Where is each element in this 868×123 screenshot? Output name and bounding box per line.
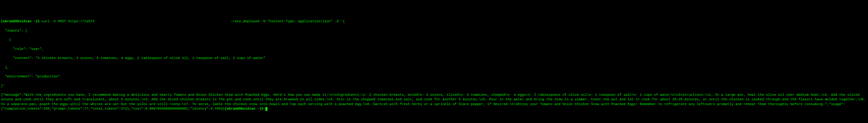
prompt-user-host: abram@Obsidian	[3, 20, 31, 23]
prompt-dollar: $	[37, 20, 41, 23]
request-body-line7: }'	[1, 84, 867, 88]
redacted-url-1	[94, 20, 131, 23]
prompt-close-bracket: ]	[35, 20, 37, 23]
curl-command-spacer	[131, 20, 231, 23]
prompt2-dollar: $	[261, 107, 266, 111]
prompt2-open-bracket: [	[225, 107, 227, 111]
prompt-open-bracket: [	[1, 20, 3, 23]
prompt2-tilde: ~	[255, 107, 259, 111]
request-body-line2: {	[1, 38, 867, 42]
request-body-line6: "environment": "production"	[1, 74, 867, 79]
command-line[interactable]: [abram@Obsidian ~]$ curl -X POST https:/…	[1, 19, 867, 24]
curl-command-part3: :rate_deployed -H "Content-Type: applica…	[231, 20, 345, 23]
prompt-tilde: ~	[31, 20, 35, 23]
request-body-line3: "role": "user",	[1, 47, 867, 51]
request-body-line4: "content": "2 chicken breasts, 3 onions,…	[1, 56, 867, 60]
prompt2-close-bracket: ]	[259, 107, 261, 111]
request-body-line5: ],	[1, 65, 867, 70]
response-output: {"message":"With the ingredients you hav…	[1, 93, 868, 111]
prompt2-user-host: abram@Obsidian	[227, 107, 255, 111]
request-body-line1: "inputs": [	[1, 29, 867, 33]
curl-command-part1: curl -X POST https://ta572	[41, 20, 94, 23]
cursor-icon[interactable]	[266, 107, 268, 111]
